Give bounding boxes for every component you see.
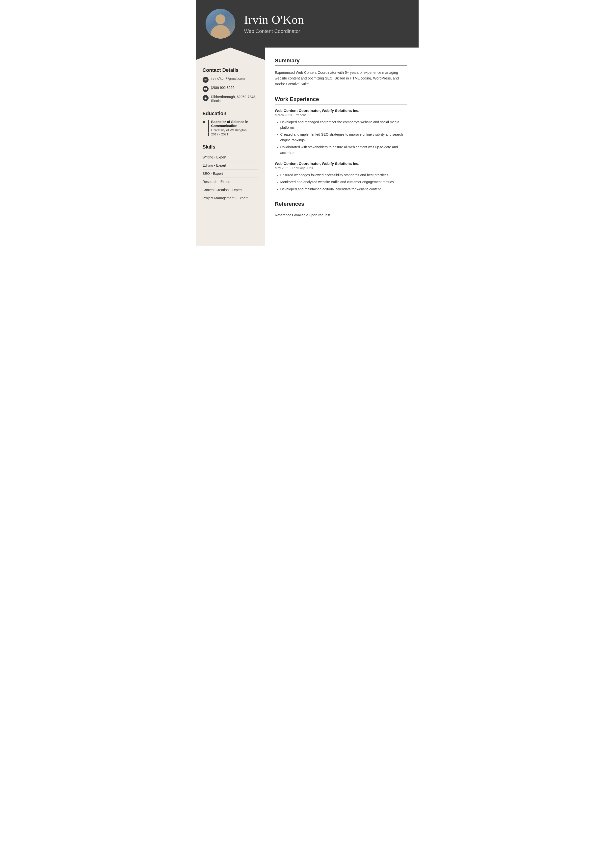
education-years: 2017 - 2021 (208, 132, 258, 136)
skill-seo: SEO - Expert (203, 170, 258, 178)
skill-editing: Editing - Expert (203, 161, 258, 170)
skill-writing: Writing - Expert (203, 153, 258, 161)
job-entry-2: Web Content Coordinator, Webify Solution… (275, 161, 407, 192)
summary-section: Summary Experienced Web Content Coordina… (275, 57, 407, 87)
references-title: References (275, 201, 407, 209)
education-section-title: Education (203, 111, 258, 116)
job-bullets-1: Developed and managed content for the co… (275, 119, 407, 155)
education-section: Education Bachelor of Science in Communi… (203, 111, 258, 136)
job-1-bullet-2: Created and implemented SEO strategies t… (280, 132, 407, 143)
work-experience-title: Work Experience (275, 96, 407, 104)
skill-content-creation: Content Creation - Expert (203, 186, 258, 194)
avatar (205, 9, 235, 39)
job-2-bullet-1: Ensured webpages followed accessibility … (280, 172, 407, 178)
education-dot (203, 121, 205, 123)
job-bullets-2: Ensured webpages followed accessibility … (275, 172, 407, 192)
location-icon: ◉ (203, 95, 208, 101)
contact-address-item: ◉ Dibbertborough, 62059-7848, Illinois (203, 95, 258, 103)
contact-section-title: Contact Details (203, 67, 258, 73)
references-text: References available upon request (275, 213, 407, 217)
contact-section: Contact Details ✉ irvino'kon@gmail.com ☎… (203, 67, 258, 103)
job-2-bullet-2: Monitored and analyzed website traffic a… (280, 179, 407, 185)
header: Irvin O'Kon Web Content Coordinator (196, 0, 418, 48)
sidebar-content: Contact Details ✉ irvino'kon@gmail.com ☎… (196, 60, 265, 220)
education-bullet: Bachelor of Science in Communication Uni… (203, 120, 258, 136)
skills-section-title: Skills (203, 144, 258, 150)
header-info: Irvin O'Kon Web Content Coordinator (244, 13, 407, 34)
address-value: Dibbertborough, 62059-7848, Illinois (211, 95, 256, 103)
education-school: University of Washington (208, 128, 258, 132)
education-item: Bachelor of Science in Communication Uni… (203, 120, 258, 136)
summary-title: Summary (275, 57, 407, 66)
contact-email-item: ✉ irvino'kon@gmail.com (203, 76, 258, 83)
job-entry-1: Web Content Coordinator, Webify Solution… (275, 108, 407, 155)
email-value[interactable]: irvino'kon@gmail.com (211, 76, 245, 81)
job-2-bullet-3: Developed and maintained editorial calen… (280, 186, 407, 192)
phone-value: (286) 902 3266 (211, 86, 235, 90)
job-title-1: Web Content Coordinator, Webify Solution… (275, 108, 407, 113)
references-section: References References available upon req… (275, 201, 407, 217)
decorative-triangle (196, 48, 265, 60)
skills-section: Skills Writing - Expert Editing - Expert… (203, 144, 258, 202)
phone-icon: ☎ (203, 86, 208, 92)
main-content: Summary Experienced Web Content Coordina… (265, 48, 418, 246)
job-title-2: Web Content Coordinator, Webify Solution… (275, 161, 407, 166)
skill-project-management: Project Management - Expert (203, 194, 258, 202)
summary-text: Experienced Web Content Coordinator with… (275, 70, 407, 87)
skills-list: Writing - Expert Editing - Expert SEO - … (203, 153, 258, 202)
job-1-bullet-1: Developed and managed content for the co… (280, 119, 407, 130)
education-degree: Bachelor of Science in Communication (208, 120, 258, 128)
work-experience-section: Work Experience Web Content Coordinator,… (275, 96, 407, 192)
email-icon: ✉ (203, 77, 208, 83)
sidebar: Contact Details ✉ irvino'kon@gmail.com ☎… (196, 48, 265, 246)
job-1-bullet-3: Collaborated with stakeholders to ensure… (280, 144, 407, 155)
skill-research: Research - Expert (203, 178, 258, 186)
job-dates-2: May 2021 - February 2023 (275, 166, 407, 170)
candidate-name: Irvin O'Kon (244, 13, 407, 26)
candidate-title: Web Content Coordinator (244, 28, 407, 34)
job-dates-1: March 2023 - Present (275, 113, 407, 117)
contact-phone-item: ☎ (286) 902 3266 (203, 86, 258, 92)
main-layout: Contact Details ✉ irvino'kon@gmail.com ☎… (196, 48, 418, 246)
